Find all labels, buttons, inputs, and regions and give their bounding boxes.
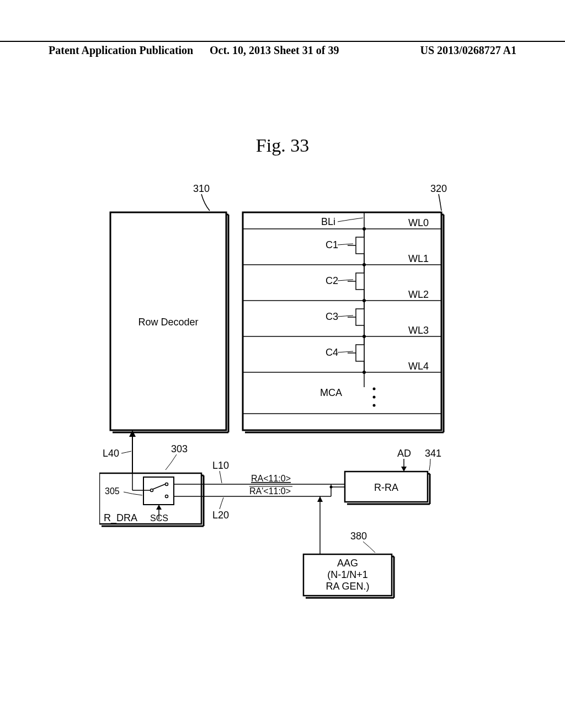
svg-rect-20 [356, 273, 364, 290]
c1: C1 [326, 239, 338, 250]
ref-320: 320 [430, 183, 447, 194]
wl4: WL4 [408, 361, 429, 372]
mca-label: MCA [320, 387, 342, 398]
ra-prime: RA'<11:0> [249, 486, 291, 496]
header-mid: Oct. 10, 2013 Sheet 31 of 39 [210, 44, 339, 57]
ra: RA<11:0> [251, 474, 291, 483]
l20: L20 [212, 510, 229, 521]
mca-box [243, 212, 441, 430]
aag-l2: (N-1/N+1 [327, 569, 368, 580]
svg-point-36 [373, 404, 376, 407]
page: Patent Application Publication Oct. 10, … [0, 0, 565, 728]
header-right: US 2013/0268727 A1 [420, 44, 516, 57]
wl0: WL0 [408, 217, 429, 228]
ref-305: 305 [105, 486, 120, 496]
svg-rect-15 [356, 237, 364, 254]
scs: SCS [150, 513, 168, 523]
switch-box [143, 477, 174, 505]
ref-380: 380 [350, 531, 367, 542]
ref-303: 303 [171, 443, 188, 454]
svg-point-32 [363, 371, 366, 374]
wl2: WL2 [408, 289, 429, 300]
aag-l3: RA GEN.) [326, 581, 369, 592]
wl3: WL3 [408, 325, 429, 336]
wl1: WL1 [408, 253, 429, 264]
l10: L10 [212, 460, 229, 471]
svg-point-34 [373, 388, 376, 390]
l40: L40 [103, 448, 119, 459]
ref-310: 310 [193, 183, 210, 194]
ad-label: AD [397, 448, 411, 459]
bli-label: BLi [321, 216, 335, 227]
svg-marker-38 [129, 430, 136, 437]
svg-point-58 [330, 486, 333, 489]
c4: C4 [326, 347, 338, 358]
diagram: Row Decoder 310 320 BLi WL0 [99, 182, 452, 612]
svg-marker-62 [317, 496, 323, 502]
c3: C3 [326, 311, 338, 322]
svg-rect-30 [356, 345, 364, 361]
svg-marker-60 [401, 467, 407, 472]
aag-l1: AAG [337, 558, 358, 569]
svg-point-35 [373, 396, 376, 399]
svg-rect-25 [356, 309, 364, 325]
ref-341: 341 [425, 448, 441, 459]
rdra-label: R_DRA [104, 512, 137, 524]
row-decoder-label: Row Decoder [138, 317, 198, 328]
c2: C2 [326, 275, 338, 286]
header: Patent Application Publication Oct. 10, … [0, 41, 565, 57]
header-left: Patent Application Publication [49, 44, 193, 57]
rra-label: R-RA [374, 482, 398, 493]
figure-title: Fig. 33 [0, 135, 565, 156]
